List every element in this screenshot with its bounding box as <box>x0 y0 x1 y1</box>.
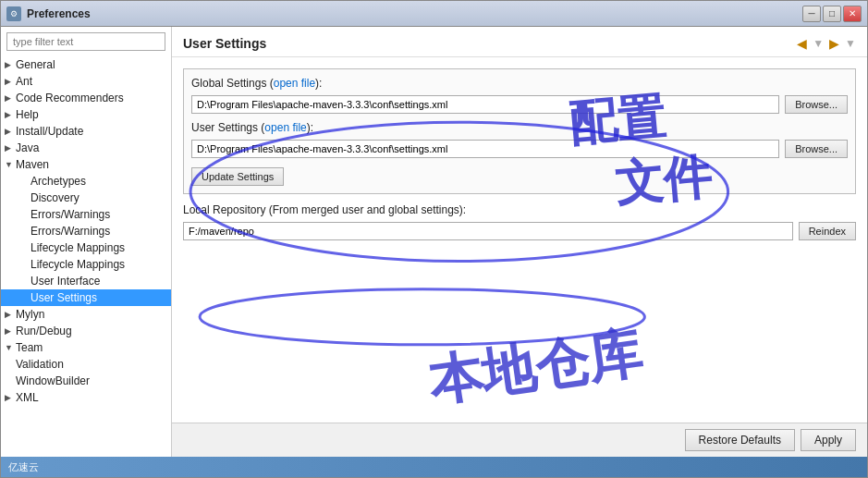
user-settings-row: Browse... <box>191 140 848 158</box>
sidebar-item-label: Lifecycle Mappings <box>31 241 167 254</box>
nav-buttons: ◀ ▼ ▶ ▼ <box>793 34 856 53</box>
sidebar-item-label: Mylyn <box>16 308 167 321</box>
nav-separator2: ▼ <box>845 37 856 50</box>
user-browse-button[interactable]: Browse... <box>785 140 848 158</box>
local-repo-section: Local Repository (From merged user and g… <box>183 203 856 240</box>
sidebar-item-label: General <box>16 58 167 71</box>
sidebar-item-validation[interactable]: Validation <box>1 356 171 373</box>
sidebar-item-user-settings[interactable]: User Settings <box>1 289 171 306</box>
sidebar-item-run-debug[interactable]: ▶ Run/Debug <box>1 323 171 339</box>
nav-separator: ▼ <box>813 37 824 50</box>
sidebar-item-label: Errors/Warnings <box>31 225 167 238</box>
arrow-icon: ▼ <box>5 343 16 352</box>
user-settings-input[interactable] <box>191 140 779 158</box>
sidebar-item-archetypes[interactable]: Archetypes <box>1 173 171 190</box>
arrow-icon: ▶ <box>5 127 16 136</box>
arrow-icon: ▶ <box>5 393 16 402</box>
bottom-bar: Restore Defaults Apply <box>172 423 867 457</box>
sidebar-item-label: User Interface <box>31 275 167 288</box>
main-content: Global Settings (open file): Browse... U… <box>172 57 867 423</box>
arrow-icon: ▶ <box>5 110 16 119</box>
svg-text:本地仓库: 本地仓库 <box>423 322 646 412</box>
arrow-icon: ▶ <box>5 60 16 69</box>
svg-point-3 <box>200 289 644 345</box>
title-buttons: ─ □ ✕ <box>802 6 862 22</box>
back-button[interactable]: ◀ <box>793 34 811 53</box>
watermark-text: 亿速云 <box>8 460 39 474</box>
restore-defaults-button[interactable]: Restore Defaults <box>685 429 795 451</box>
sidebar-item-mylyn[interactable]: ▶ Mylyn <box>1 306 171 323</box>
arrow-icon: ▶ <box>5 326 16 336</box>
global-settings-row: Browse... <box>191 95 848 114</box>
sidebar-item-team[interactable]: ▼ Team <box>1 339 171 356</box>
arrow-icon: ▼ <box>5 160 16 169</box>
global-settings-section: Global Settings (open file): Browse... U… <box>183 68 856 194</box>
sidebar-item-label: Java <box>16 141 167 154</box>
user-settings-link[interactable]: open file <box>264 121 306 134</box>
search-input[interactable] <box>6 32 165 51</box>
preferences-window: ⚙ Preferences ─ □ ✕ ▶ General ▶ Ant ▶ <box>0 0 868 478</box>
sidebar-item-label: Team <box>16 341 167 354</box>
sidebar-item-label: Ant <box>16 75 167 88</box>
sidebar-item-help[interactable]: ▶ Help <box>1 106 171 123</box>
sidebar-item-label: Validation <box>16 358 167 371</box>
user-settings-label: User Settings (open file): <box>191 121 848 134</box>
window-icon: ⚙ <box>6 6 21 21</box>
sidebar-item-installations[interactable]: Errors/Warnings <box>1 223 171 239</box>
main-header: User Settings ◀ ▼ ▶ ▼ <box>172 27 867 57</box>
sidebar-item-templates[interactable]: Lifecycle Mappings <box>1 256 171 273</box>
sidebar-item-discovery[interactable]: Discovery <box>1 190 171 206</box>
global-settings-label: Global Settings (open file): <box>191 77 848 90</box>
update-settings-button[interactable]: Update Settings <box>191 167 284 186</box>
page-title: User Settings <box>183 36 266 51</box>
sidebar-item-label: XML <box>16 391 167 404</box>
sidebar-item-label: Archetypes <box>31 175 167 188</box>
sidebar-item-xml[interactable]: ▶ XML <box>1 389 171 406</box>
sidebar-item-general[interactable]: ▶ General <box>1 56 171 73</box>
sidebar-item-label: WindowBuilder <box>16 374 167 387</box>
main-panel: User Settings ◀ ▼ ▶ ▼ Global Settings (o… <box>172 27 867 457</box>
title-bar: ⚙ Preferences ─ □ ✕ <box>1 1 867 27</box>
sidebar-item-label: Run/Debug <box>16 325 167 337</box>
sidebar-item-label: Maven <box>16 158 167 171</box>
content-area: ▶ General ▶ Ant ▶ Code Recommenders ▶ He… <box>1 27 867 457</box>
sidebar-item-label: Install/Update <box>16 125 167 138</box>
sidebar-item-label: User Settings <box>31 291 167 304</box>
close-button[interactable]: ✕ <box>843 6 862 22</box>
minimize-button[interactable]: ─ <box>802 6 821 22</box>
sidebar-item-label: Discovery <box>31 191 167 204</box>
arrow-icon: ▶ <box>5 310 16 319</box>
global-browse-button[interactable]: Browse... <box>785 95 848 114</box>
sidebar-item-install-update[interactable]: ▶ Install/Update <box>1 123 171 140</box>
sidebar-item-code-recommenders[interactable]: ▶ Code Recommenders <box>1 90 171 106</box>
global-settings-input[interactable] <box>191 95 779 114</box>
sidebar-item-label: Lifecycle Mappings <box>31 258 167 271</box>
local-repo-row: Reindex <box>183 222 856 240</box>
sidebar-item-maven[interactable]: ▼ Maven <box>1 156 171 173</box>
forward-button[interactable]: ▶ <box>825 34 843 53</box>
maximize-button[interactable]: □ <box>823 6 841 22</box>
sidebar-item-java[interactable]: ▶ Java <box>1 140 171 156</box>
sidebar-item-label: Errors/Warnings <box>31 208 167 221</box>
apply-button[interactable]: Apply <box>801 429 856 451</box>
local-repo-label: Local Repository (From merged user and g… <box>183 203 856 216</box>
sidebar-item-ant[interactable]: ▶ Ant <box>1 73 171 90</box>
arrow-icon: ▶ <box>5 77 16 86</box>
watermark-bar: 亿速云 <box>1 457 867 477</box>
sidebar-item-windowbuilder[interactable]: WindowBuilder <box>1 373 171 389</box>
sidebar-item-lifecycle-mappings[interactable]: Lifecycle Mappings <box>1 239 171 256</box>
sidebar-item-errors-warnings[interactable]: Errors/Warnings <box>1 206 171 223</box>
arrow-icon: ▶ <box>5 143 16 153</box>
sidebar-item-label: Help <box>16 108 167 121</box>
reindex-button[interactable]: Reindex <box>799 222 856 240</box>
arrow-icon: ▶ <box>5 93 16 103</box>
global-settings-link[interactable]: open file <box>274 77 315 90</box>
title-bar-left: ⚙ Preferences <box>6 6 91 21</box>
local-repo-input[interactable] <box>183 222 793 240</box>
window-title: Preferences <box>27 7 91 20</box>
sidebar-item-user-interface[interactable]: User Interface <box>1 273 171 289</box>
sidebar-item-label: Code Recommenders <box>16 92 167 104</box>
sidebar: ▶ General ▶ Ant ▶ Code Recommenders ▶ He… <box>1 27 172 457</box>
